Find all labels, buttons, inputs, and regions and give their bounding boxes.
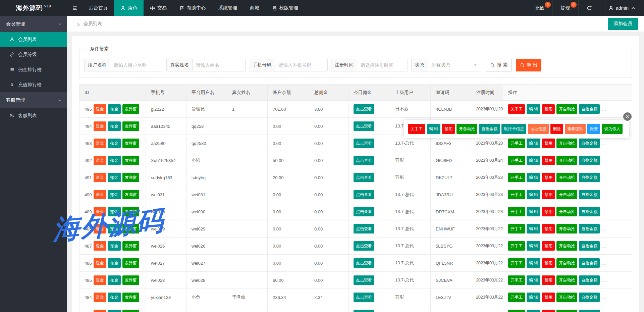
nav-item-交易[interactable]: 交易 [144, 0, 173, 16]
row-button-发弹窗[interactable]: 发弹窗 [122, 156, 139, 165]
row-button-送金[interactable]: 送金 [94, 224, 106, 233]
op-button-编辑[interactable]: 编 辑 [527, 156, 540, 165]
op-button-禁用[interactable]: 禁用 [542, 190, 555, 199]
more-operations[interactable]: ... [602, 209, 606, 214]
view-today-commission-button[interactable]: 点击查看 [354, 173, 374, 182]
search-input-用户名称[interactable] [110, 59, 163, 71]
popup-button-开自动抢[interactable]: 开自动抢 [457, 124, 477, 134]
more-operations[interactable]: ... [602, 192, 606, 197]
popup-button-编辑[interactable]: 编 辑 [427, 124, 440, 134]
view-today-commission-button[interactable]: 点击查看 [354, 121, 374, 131]
op-button-禁用[interactable]: 禁用 [542, 139, 555, 148]
row-button-发弹窗[interactable]: 发弹窗 [122, 121, 139, 131]
row-button-送金[interactable]: 送金 [94, 275, 106, 285]
popup-button-设为假人[interactable]: 设为假人 [602, 124, 623, 134]
op-button-开手工[interactable]: 开手工 [508, 275, 525, 285]
row-button-发弹窗[interactable]: 发弹窗 [122, 104, 139, 114]
op-button-开手工[interactable]: 开手工 [508, 258, 525, 268]
row-button-发弹窗[interactable]: 发弹窗 [122, 224, 139, 233]
op-button-开手工[interactable]: 开手工 [508, 293, 525, 302]
op-button-编辑[interactable]: 编 辑 [527, 310, 540, 312]
row-button-发弹窗[interactable]: 发弹窗 [122, 258, 139, 268]
row-button-扣金[interactable]: 扣金 [108, 224, 121, 233]
op-button-禁用[interactable]: 禁用 [542, 275, 555, 285]
op-button-自抢金额[interactable]: 自抢金额 [579, 310, 600, 312]
row-button-送金[interactable]: 送金 [94, 156, 106, 165]
row-button-发弹窗[interactable]: 发弹窗 [122, 275, 139, 285]
popup-button-删除[interactable]: 删除 [550, 124, 563, 134]
op-button-自抢金额[interactable]: 自抢金额 [579, 173, 600, 182]
popup-button-关手工[interactable]: 关手工 [408, 124, 425, 134]
more-operations[interactable]: ... [602, 107, 606, 112]
op-button-开手工[interactable]: 开手工 [508, 207, 525, 216]
op-button-编辑[interactable]: 编 辑 [527, 293, 540, 302]
op-button-开手工[interactable]: 开手工 [508, 139, 525, 148]
op-button-禁用[interactable]: 禁用 [542, 310, 555, 312]
view-today-commission-button[interactable]: 点击查看 [354, 224, 374, 233]
more-operations[interactable]: ... [602, 158, 606, 163]
row-button-发弹窗[interactable]: 发弹窗 [122, 173, 139, 182]
popup-button-查看团队[interactable]: 查看团队 [565, 124, 586, 134]
search-button[interactable]: 搜 索 [486, 59, 512, 71]
op-button-禁用[interactable]: 禁用 [542, 258, 555, 268]
view-today-commission-button[interactable]: 点击查看 [354, 241, 374, 251]
op-button-自抢金额[interactable]: 自抢金额 [579, 258, 600, 268]
row-button-扣金[interactable]: 扣金 [108, 173, 121, 182]
op-button-自抢金额[interactable]: 自抢金额 [579, 224, 600, 233]
op-button-禁用[interactable]: 禁用 [542, 293, 555, 302]
sidebar-item-会员等级[interactable]: 会员等级 [0, 47, 67, 62]
sidebar-item-会员列表[interactable]: 会员列表 [0, 32, 67, 47]
op-button-自抢金额[interactable]: 自抢金额 [579, 275, 600, 285]
more-operations[interactable]: ... [602, 295, 606, 300]
row-button-扣金[interactable]: 扣金 [108, 293, 121, 302]
row-button-扣金[interactable]: 扣金 [108, 310, 121, 312]
more-operations[interactable]: ... [602, 261, 606, 266]
view-today-commission-button[interactable]: 点击查看 [354, 104, 374, 114]
row-button-发弹窗[interactable]: 发弹窗 [122, 139, 139, 148]
row-button-扣金[interactable]: 扣金 [108, 121, 121, 131]
op-button-禁用[interactable]: 禁用 [542, 241, 555, 251]
view-today-commission-button[interactable]: 点击查看 [354, 275, 374, 285]
row-button-发弹窗[interactable]: 发弹窗 [122, 190, 139, 199]
search-input-手机号码[interactable] [275, 59, 327, 71]
op-button-开自动抢[interactable]: 开自动抢 [556, 258, 577, 268]
more-operations[interactable]: ... [602, 226, 606, 231]
op-button-关手工[interactable]: 关手工 [508, 104, 525, 114]
nav-item-商城[interactable]: 商城 [244, 0, 266, 16]
row-button-送金[interactable]: 送金 [94, 258, 106, 268]
op-button-开自动抢[interactable]: 开自动抢 [556, 275, 577, 285]
row-button-发弹窗[interactable]: 发弹窗 [122, 241, 139, 251]
status-select[interactable]: 所有状态 [428, 59, 481, 71]
op-button-编辑[interactable]: 编 辑 [527, 224, 540, 233]
op-button-编辑[interactable]: 编 辑 [527, 173, 540, 182]
nav-item-后台首页[interactable]: 后台首页 [83, 0, 114, 16]
op-button-开自动抢[interactable]: 开自动抢 [556, 224, 577, 233]
op-button-自抢金额[interactable]: 自抢金额 [579, 241, 600, 251]
user-menu[interactable]: admin [600, 0, 644, 16]
search-input-真实姓名[interactable] [193, 59, 245, 71]
row-button-扣金[interactable]: 扣金 [108, 104, 121, 114]
op-button-开自动抢[interactable]: 开自动抢 [556, 207, 577, 216]
op-button-编辑[interactable]: 编 辑 [527, 258, 540, 268]
op-button-开手工[interactable]: 开手工 [508, 310, 525, 312]
row-button-扣金[interactable]: 扣金 [108, 190, 121, 199]
add-member-button[interactable]: 添加会员 [608, 18, 638, 30]
search-input-注册时间[interactable] [357, 59, 408, 71]
row-button-发弹窗[interactable]: 发弹窗 [122, 293, 139, 302]
popup-button-地址信息[interactable]: 地址信息 [528, 124, 549, 134]
row-button-送金[interactable]: 送金 [94, 104, 106, 114]
popup-button-账变[interactable]: 账变 [587, 124, 600, 134]
view-today-commission-button[interactable]: 点击查看 [354, 293, 374, 302]
view-today-commission-button[interactable]: 点击查看 [354, 139, 374, 148]
op-button-自抢金额[interactable]: 自抢金额 [579, 293, 600, 302]
more-operations[interactable]: ... [602, 278, 606, 283]
row-button-发弹窗[interactable]: 发弹窗 [122, 207, 139, 216]
row-button-扣金[interactable]: 扣金 [108, 241, 121, 251]
op-button-禁用[interactable]: 禁用 [542, 224, 555, 233]
nav-item-系统管理[interactable]: 系统管理 [212, 0, 244, 16]
op-button-开手工[interactable]: 开手工 [508, 241, 525, 251]
op-button-开自动抢[interactable]: 开自动抢 [556, 156, 577, 165]
row-button-扣金[interactable]: 扣金 [108, 275, 121, 285]
nav-item-模版管理[interactable]: 模版管理 [266, 0, 305, 16]
view-today-commission-button[interactable]: 点击查看 [354, 156, 374, 165]
